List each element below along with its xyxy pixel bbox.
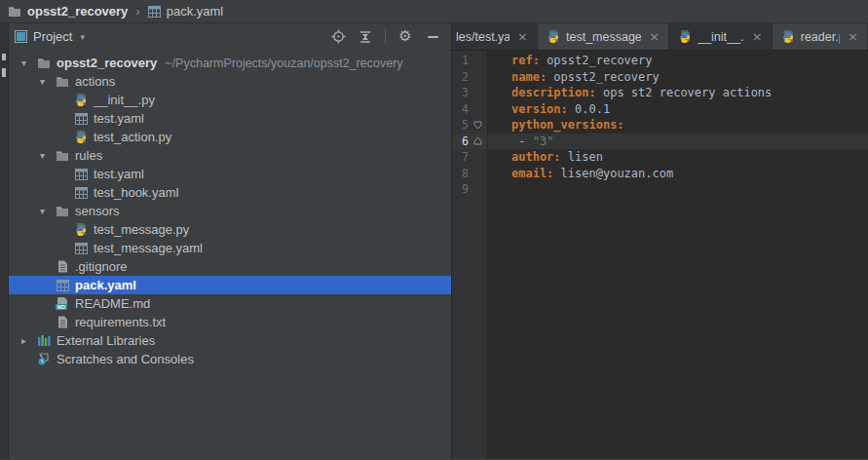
project-view-selector[interactable]: Project [33,29,72,44]
code-token-string: "3" [533,134,554,148]
editor-tab[interactable]: __init__.py× [669,23,773,50]
tree-item-label: Scratches and Consoles [57,352,194,366]
title-breadcrumb-bar: opsst2_recovery › pack.yaml [0,0,868,23]
project-tree-row[interactable]: requirements.txt [9,313,451,331]
project-tree-row[interactable]: ▾actions [9,72,451,91]
project-panel-header: Project ▾ ⚙ [9,23,451,51]
fold-start-icon[interactable] [469,121,486,130]
project-tree-row[interactable]: ▾sensors [9,202,451,220]
yaml-icon [55,280,70,291]
yaml-icon [73,169,89,180]
fold-end-icon[interactable] [469,136,486,145]
tab-label: __init__.py [698,30,744,44]
project-tree-row[interactable]: test_message.yaml [9,239,451,257]
tree-item-label: README.md [75,296,150,311]
gutter-line: 8 [452,166,487,182]
yaml-icon [73,187,89,199]
svg-text:MD: MD [57,304,66,310]
markdown-icon: MD [55,297,70,310]
breadcrumb-file[interactable]: pack.yaml [167,4,224,19]
tree-item-label: opsst2_recovery [57,56,157,70]
line-number: 9 [452,182,469,196]
locate-file-icon[interactable] [327,26,349,48]
project-tree-row[interactable]: Scratches and Consoles [9,350,451,368]
code-token-key: email: [511,167,553,180]
gutter-line: 4 [452,101,487,118]
project-tree-row[interactable]: test.yaml [9,165,451,183]
collapse-arrow-icon[interactable]: ▾ [21,58,26,68]
editor-area: les/test.yaml×test_message.py×__init__.p… [452,23,868,459]
code-line: version: 0.0.1 [488,101,868,118]
project-tree-row[interactable]: ▾opsst2_recovery~/PycharmProjects/youzan… [9,54,451,72]
project-tree-row[interactable]: test_message.py [9,220,451,239]
scratches-icon [36,353,52,365]
yaml-icon [73,243,89,254]
tree-item-label: pack.yaml [75,278,136,292]
project-tree-row[interactable]: MDREADME.md [9,294,451,313]
editor-tab[interactable]: les/test.yaml× [452,23,538,50]
project-tree-row[interactable]: test_hook.yaml [9,183,451,202]
editor-gutter: 123456789 [452,51,488,459]
collapse-arrow-icon[interactable]: ▾ [40,77,45,87]
project-tree-row[interactable]: __init__.py [9,91,451,109]
project-tree-row[interactable]: ▸External Libraries [9,331,451,350]
tool-window-bar-mark [2,54,6,60]
folder-icon [55,76,70,88]
tree-item-label: __init__.py [94,93,155,107]
code-token-key: author: [511,150,561,164]
gear-icon[interactable]: ⚙ [395,26,416,48]
project-tree-row[interactable]: .gitignore [9,257,451,276]
close-icon[interactable]: × [649,30,660,43]
breadcrumb-separator: › [135,4,139,19]
collapse-arrow-icon[interactable]: ▾ [40,207,45,216]
line-number: 6 [452,134,469,148]
code-line: email: lisen@youzan.com [488,166,868,182]
line-number: 5 [452,118,469,132]
tree-item-label: test_hook.yaml [94,185,178,200]
python-icon [547,30,560,44]
collapse-arrow-icon[interactable]: ▾ [40,151,45,161]
gutter-line: 9 [452,181,487,198]
chevron-down-icon[interactable]: ▾ [80,32,85,42]
tree-item-label: test_action.py [94,130,171,144]
code-line: python_versions: [488,117,868,134]
yaml-file-icon [148,6,161,18]
python-icon [781,30,795,44]
python-icon [678,30,692,44]
project-tree-row[interactable]: test.yaml [9,109,451,128]
project-tree-row[interactable]: test_action.py [9,128,451,146]
close-icon[interactable]: × [752,30,763,43]
project-tree-row[interactable]: pack.yaml [9,276,451,294]
tree-item-label: test_message.py [94,222,189,237]
gutter-line: 3 [452,85,487,101]
tool-window-bar [0,23,9,459]
code-token-key: version: [511,102,568,116]
code-token-text: - [511,134,533,148]
gutter-line: 6 [452,134,487,150]
tab-label: les/test.yaml [456,30,509,44]
breadcrumb-project[interactable]: opsst2_recovery [27,4,128,19]
line-number: 2 [452,70,469,84]
gutter-line: 7 [452,149,487,166]
editor-tab[interactable]: test_message.py× [538,23,669,50]
close-icon[interactable]: × [517,30,528,43]
libraries-icon [36,334,52,347]
gutter-line: 5 [452,117,487,134]
gutter-line: 1 [452,53,487,69]
expand-arrow-icon[interactable]: ▸ [21,336,26,346]
code-token-key: name: [511,70,547,84]
close-icon[interactable]: × [848,30,858,43]
project-tree-row[interactable]: ▾rules [9,146,451,165]
gutter-line: 2 [452,69,487,86]
tab-label: reader.py [801,30,840,44]
project-view-icon [15,30,27,43]
tab-label: test_message.py [566,30,641,44]
collapse-all-icon[interactable] [355,26,376,48]
editor-tab[interactable]: reader.py× [773,23,868,50]
editor-code-area[interactable]: ref: opsst2_recoveryname: opsst2_recover… [488,51,868,459]
tree-item-label: External Libraries [57,333,155,348]
code-token-text: lisen [561,150,603,164]
line-number: 1 [452,54,469,67]
code-line: description: ops st2 recovery actions [488,85,868,101]
hide-panel-icon[interactable] [422,26,443,48]
